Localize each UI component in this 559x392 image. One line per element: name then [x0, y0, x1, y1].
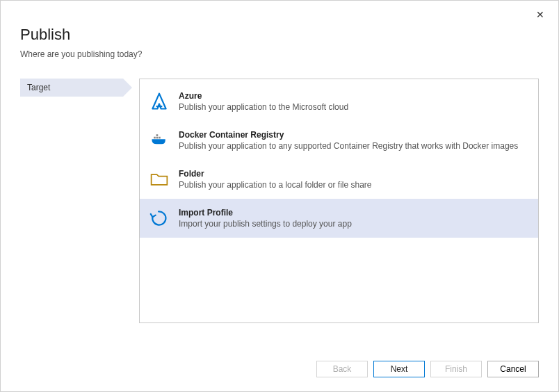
option-folder[interactable]: Folder Publish your application to a loc…: [140, 160, 538, 199]
option-text: Import Profile Import your publish setti…: [179, 208, 530, 229]
option-title: Azure: [179, 91, 530, 101]
option-text: Folder Publish your application to a loc…: [179, 169, 530, 190]
step-list: Target: [20, 79, 123, 323]
option-docker[interactable]: Docker Container Registry Publish your a…: [140, 121, 538, 160]
import-icon: [147, 206, 172, 231]
azure-icon: [147, 89, 172, 114]
cancel-button[interactable]: Cancel: [487, 361, 539, 377]
option-title: Docker Container Registry: [179, 130, 530, 140]
svg-rect-4: [156, 134, 159, 136]
page-subtitle: Where are you publishing today?: [20, 49, 539, 59]
step-label: Target: [27, 83, 50, 92]
dialog-footer: Back Next Finish Cancel: [316, 361, 539, 377]
option-text: Azure Publish your application to the Mi…: [179, 91, 530, 112]
option-title: Import Profile: [179, 208, 530, 218]
finish-button: Finish: [430, 361, 482, 377]
option-desc: Publish your application to a local fold…: [179, 180, 530, 190]
dialog-header: Publish Where are you publishing today?: [1, 1, 558, 66]
option-text: Docker Container Registry Publish your a…: [179, 130, 530, 151]
svg-rect-2: [156, 137, 159, 139]
option-desc: Import your publish settings to deploy y…: [179, 219, 530, 229]
target-options-panel: Azure Publish your application to the Mi…: [139, 79, 539, 323]
option-title: Folder: [179, 169, 530, 179]
svg-rect-3: [159, 137, 161, 139]
page-title: Publish: [20, 26, 539, 44]
docker-icon: [147, 128, 172, 153]
option-desc: Publish your application to the Microsof…: [179, 102, 530, 112]
svg-rect-1: [154, 137, 156, 139]
close-button[interactable]: ✕: [530, 6, 550, 23]
option-azure[interactable]: Azure Publish your application to the Mi…: [140, 82, 538, 121]
content-area: Target Azure Publish your application to…: [1, 66, 558, 330]
option-import-profile[interactable]: Import Profile Import your publish setti…: [140, 199, 538, 238]
step-target[interactable]: Target: [20, 79, 123, 97]
next-button[interactable]: Next: [373, 361, 425, 377]
option-desc: Publish your application to any supporte…: [179, 141, 530, 151]
back-button: Back: [316, 361, 368, 377]
folder-icon: [147, 167, 172, 192]
